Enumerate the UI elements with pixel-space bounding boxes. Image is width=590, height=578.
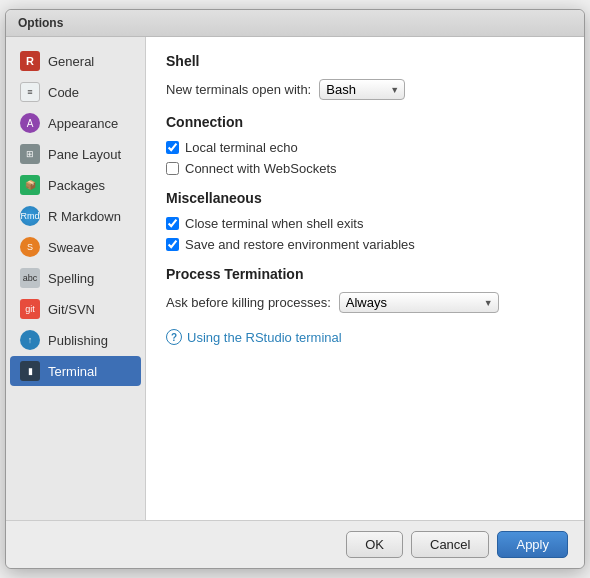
process-section: Process Termination Ask before killing p… [166, 266, 564, 313]
dialog-title: Options [18, 16, 63, 30]
kill-processes-row: Ask before killing processes: Always Nev… [166, 292, 564, 313]
sidebar-item-publishing[interactable]: ↑Publishing [10, 325, 141, 355]
process-section-title: Process Termination [166, 266, 564, 282]
misc-section: Miscellaneous Close terminal when shell … [166, 190, 564, 252]
title-bar: Options [6, 10, 584, 37]
websockets-row: Connect with WebSockets [166, 161, 564, 176]
git-svn-label: Git/SVN [48, 302, 95, 317]
sweave-icon: S [20, 237, 40, 257]
sidebar-item-git-svn[interactable]: gitGit/SVN [10, 294, 141, 324]
main-content: Shell New terminals open with: Bash Zsh … [146, 37, 584, 520]
close-terminal-row: Close terminal when shell exits [166, 216, 564, 231]
terminal-icon: ▮ [20, 361, 40, 381]
options-dialog: Options RGeneral≡CodeAAppearance⊞Pane La… [5, 9, 585, 569]
git-svn-icon: git [20, 299, 40, 319]
sidebar-item-general[interactable]: RGeneral [10, 46, 141, 76]
sidebar-item-code[interactable]: ≡Code [10, 77, 141, 107]
spelling-label: Spelling [48, 271, 94, 286]
appearance-label: Appearance [48, 116, 118, 131]
sidebar-item-sweave[interactable]: SSweave [10, 232, 141, 262]
misc-section-title: Miscellaneous [166, 190, 564, 206]
pane-layout-label: Pane Layout [48, 147, 121, 162]
general-label: General [48, 54, 94, 69]
appearance-icon: A [20, 113, 40, 133]
dialog-body: RGeneral≡CodeAAppearance⊞Pane Layout📦Pac… [6, 37, 584, 520]
kill-select[interactable]: Always Never Ask [339, 292, 499, 313]
close-terminal-checkbox[interactable] [166, 217, 179, 230]
code-label: Code [48, 85, 79, 100]
new-terminals-label: New terminals open with: [166, 82, 311, 97]
connection-section-title: Connection [166, 114, 564, 130]
websockets-label: Connect with WebSockets [185, 161, 337, 176]
code-icon: ≡ [20, 82, 40, 102]
general-icon: R [20, 51, 40, 71]
sidebar-item-r-markdown[interactable]: RmdR Markdown [10, 201, 141, 231]
websockets-checkbox[interactable] [166, 162, 179, 175]
sidebar: RGeneral≡CodeAAppearance⊞Pane Layout📦Pac… [6, 37, 146, 520]
kill-select-wrap: Always Never Ask [339, 292, 499, 313]
packages-label: Packages [48, 178, 105, 193]
sidebar-item-packages[interactable]: 📦Packages [10, 170, 141, 200]
terminal-label: Terminal [48, 364, 97, 379]
sweave-label: Sweave [48, 240, 94, 255]
local-echo-checkbox[interactable] [166, 141, 179, 154]
apply-button[interactable]: Apply [497, 531, 568, 558]
sidebar-item-appearance[interactable]: AAppearance [10, 108, 141, 138]
help-link[interactable]: ? Using the RStudio terminal [166, 329, 564, 345]
connection-section: Connection Local terminal echo Connect w… [166, 114, 564, 176]
sidebar-item-spelling[interactable]: abcSpelling [10, 263, 141, 293]
r-markdown-label: R Markdown [48, 209, 121, 224]
close-terminal-label: Close terminal when shell exits [185, 216, 363, 231]
publishing-label: Publishing [48, 333, 108, 348]
save-restore-label: Save and restore environment variables [185, 237, 415, 252]
shell-section: Shell New terminals open with: Bash Zsh … [166, 53, 564, 100]
shell-select[interactable]: Bash Zsh sh Custom... [319, 79, 405, 100]
local-echo-row: Local terminal echo [166, 140, 564, 155]
cancel-button[interactable]: Cancel [411, 531, 489, 558]
shell-section-title: Shell [166, 53, 564, 69]
kill-label: Ask before killing processes: [166, 295, 331, 310]
help-link-label: Using the RStudio terminal [187, 330, 342, 345]
ok-button[interactable]: OK [346, 531, 403, 558]
sidebar-item-terminal[interactable]: ▮Terminal [10, 356, 141, 386]
packages-icon: 📦 [20, 175, 40, 195]
shell-select-wrap: Bash Zsh sh Custom... [319, 79, 405, 100]
help-icon: ? [166, 329, 182, 345]
save-restore-checkbox[interactable] [166, 238, 179, 251]
pane-layout-icon: ⊞ [20, 144, 40, 164]
spelling-icon: abc [20, 268, 40, 288]
new-terminals-row: New terminals open with: Bash Zsh sh Cus… [166, 79, 564, 100]
r-markdown-icon: Rmd [20, 206, 40, 226]
publishing-icon: ↑ [20, 330, 40, 350]
sidebar-item-pane-layout[interactable]: ⊞Pane Layout [10, 139, 141, 169]
local-echo-label: Local terminal echo [185, 140, 298, 155]
save-restore-row: Save and restore environment variables [166, 237, 564, 252]
dialog-footer: OK Cancel Apply [6, 520, 584, 568]
